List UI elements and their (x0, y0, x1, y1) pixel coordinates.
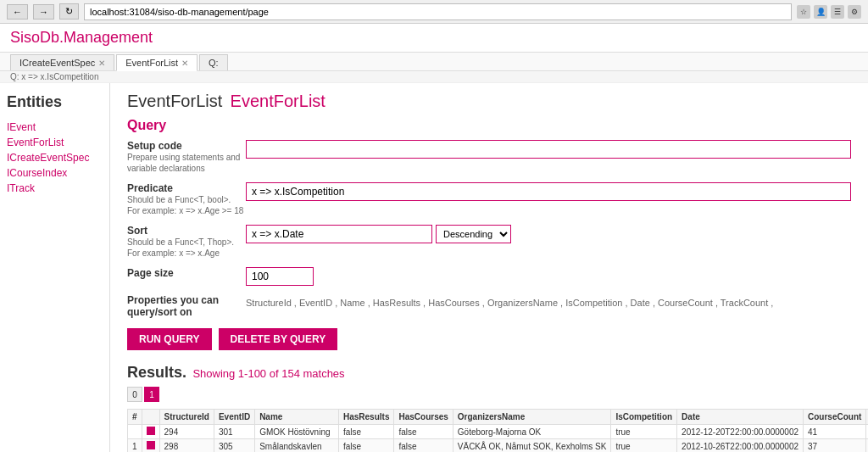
cell-structure-id: 298 (159, 439, 214, 453)
cell-num: 1 (128, 439, 142, 453)
setup-code-hint: Prepare using statements and variable de… (127, 152, 246, 174)
refresh-button[interactable]: ↻ (59, 3, 79, 20)
app-title: SisoDb.Management (10, 29, 153, 46)
properties-value: StructureId , EventID , Name , HasResult… (246, 298, 851, 308)
page-title: EventForList EventForList (127, 92, 851, 111)
page-1-button[interactable]: 1 (144, 387, 159, 402)
cell-has-courses: false (394, 439, 453, 453)
cell-name: Smålandskavlen (255, 439, 339, 453)
sort-direction-select[interactable]: Ascending Descending (436, 225, 511, 243)
sort-hint: Should be a Func<T, Thop>. For example: … (127, 237, 246, 259)
col-header-is-competition[interactable]: IsCompetition (611, 410, 677, 425)
menu-icon[interactable]: ☰ (831, 5, 844, 19)
cell-date: 2012-10-26T22:00:00.0000002 (677, 439, 804, 453)
page-title-main: EventForList (127, 92, 222, 110)
user-icon[interactable]: 👤 (814, 5, 827, 19)
sidebar: Entities IEvent EventForList ICreateEven… (0, 83, 110, 452)
page-0-button[interactable]: 0 (127, 387, 142, 402)
col-header-has-results[interactable]: HasResults (338, 410, 393, 425)
col-header-organizers-name[interactable]: OrganizersName (453, 410, 611, 425)
sidebar-item-icourseindex[interactable]: ICourseIndex (7, 165, 103, 181)
cell-course-count: 41 (804, 425, 866, 439)
sidebar-item-ievent[interactable]: IEvent (7, 120, 103, 135)
properties-label: Properties you can query/sort on (127, 294, 246, 318)
table-row: 1 298 305 Smålandskavlen false false VÄC… (128, 439, 869, 453)
results-match-count: Showing 1-100 of 154 matches (192, 367, 344, 380)
tab-subtitle: Q: x => x.IsCompetition (0, 71, 868, 83)
col-header-structure-id[interactable]: StructureId (159, 410, 214, 425)
tab-close-icon[interactable]: ✕ (181, 59, 188, 68)
address-bar[interactable] (84, 3, 792, 20)
sidebar-item-itrack[interactable]: ITrack (7, 181, 103, 196)
predicate-label: Predicate (127, 182, 246, 194)
col-header-has-courses[interactable]: HasCourses (394, 410, 453, 425)
main-layout: Entities IEvent EventForList ICreateEven… (0, 83, 868, 452)
setup-code-input[interactable] (246, 140, 851, 159)
properties-row: Properties you can query/sort on Structu… (127, 294, 851, 318)
cell-has-results: false (338, 439, 393, 453)
cell-name: GMOK Höstövning (255, 425, 339, 439)
predicate-input[interactable] (246, 182, 851, 201)
setup-code-row: Setup code Prepare using statements and … (127, 140, 851, 174)
col-header-num: # (128, 410, 142, 425)
app-title-plain: SisoDb. (10, 29, 64, 46)
back-button[interactable]: ← (7, 4, 28, 20)
col-header-icon (142, 410, 159, 425)
page-size-input[interactable] (246, 267, 314, 286)
cell-has-courses: false (394, 425, 453, 439)
results-table: # StructureId EventID Name HasResults Ha… (127, 409, 868, 452)
page-title-sub: EventForList (231, 92, 326, 110)
sort-input[interactable] (246, 225, 432, 243)
cell-organizers-name: VÄCKÅ OK, Nåmut SOK, Kexholms SK (453, 439, 611, 453)
tab-event-for-list[interactable]: EventForList ✕ (116, 54, 198, 71)
cell-date: 2012-12-20T22:00:00.0000002 (677, 425, 804, 439)
tab-label: EventForList (125, 58, 178, 68)
browser-toolbar: ← → ↻ ☆ 👤 ☰ ⚙ (0, 0, 868, 24)
app-header: SisoDb.Management (0, 24, 868, 53)
delete-query-button[interactable]: DELETE BY QUERY (219, 328, 338, 350)
cell-has-results: false (338, 425, 393, 439)
tab-label: ICreateEventSpec (19, 58, 95, 68)
results-title: Results. Showing 1-100 of 154 matches (127, 364, 851, 382)
app-title-accent: Management (64, 29, 153, 46)
sort-row: Sort Should be a Func<T, Thop>. For exam… (127, 225, 851, 259)
page-size-label: Page size (127, 267, 246, 279)
tab-label: Q: (209, 58, 219, 68)
results-title-text: Results. (127, 364, 186, 381)
cell-is-competition: true (611, 439, 677, 453)
tab-q[interactable]: Q: (199, 54, 228, 70)
sidebar-item-icreateeventspec[interactable]: ICreateEventSpec (7, 150, 103, 165)
cell-icon[interactable] (142, 439, 159, 453)
predicate-row: Predicate Should be a Func<T, bool>. For… (127, 182, 851, 216)
col-header-course-count[interactable]: CourseCount (804, 410, 866, 425)
run-query-button[interactable]: RUN QUERY (127, 328, 212, 350)
cell-event-id: 305 (214, 439, 254, 453)
sidebar-item-eventforlist[interactable]: EventForList (7, 135, 103, 150)
col-header-event-id[interactable]: EventID (214, 410, 254, 425)
cell-num (128, 425, 142, 439)
content-area: EventForList EventForList Query Setup co… (110, 83, 868, 452)
star-icon[interactable]: ☆ (797, 5, 810, 19)
table-row: 294 301 GMOK Höstövning false false Göte… (128, 425, 869, 439)
forward-button[interactable]: → (33, 4, 54, 20)
col-header-name[interactable]: Name (255, 410, 339, 425)
tab-close-icon[interactable]: ✕ (98, 59, 105, 68)
tab-create-event-spec[interactable]: ICreateEventSpec ✕ (10, 54, 114, 70)
cell-icon[interactable] (142, 425, 159, 439)
cell-organizers-name: Göteborg-Majorna OK (453, 425, 611, 439)
cell-structure-id: 294 (159, 425, 214, 439)
row-edit-icon[interactable] (147, 427, 155, 435)
pagination: 0 1 (127, 387, 851, 402)
col-header-date[interactable]: Date (677, 410, 804, 425)
sidebar-title: Entities (7, 93, 103, 111)
settings-icon[interactable]: ⚙ (848, 5, 861, 19)
action-buttons: RUN QUERY DELETE BY QUERY (127, 328, 851, 350)
cell-event-id: 301 (214, 425, 254, 439)
page-size-row: Page size (127, 267, 851, 286)
cell-is-competition: true (611, 425, 677, 439)
row-edit-icon[interactable] (147, 441, 155, 449)
predicate-hint: Should be a Func<T, bool>. For example: … (127, 194, 246, 216)
tabs-bar: ICreateEventSpec ✕ EventForList ✕ Q: (0, 53, 868, 71)
setup-code-label: Setup code (127, 140, 246, 152)
cell-course-count: 37 (804, 439, 866, 453)
